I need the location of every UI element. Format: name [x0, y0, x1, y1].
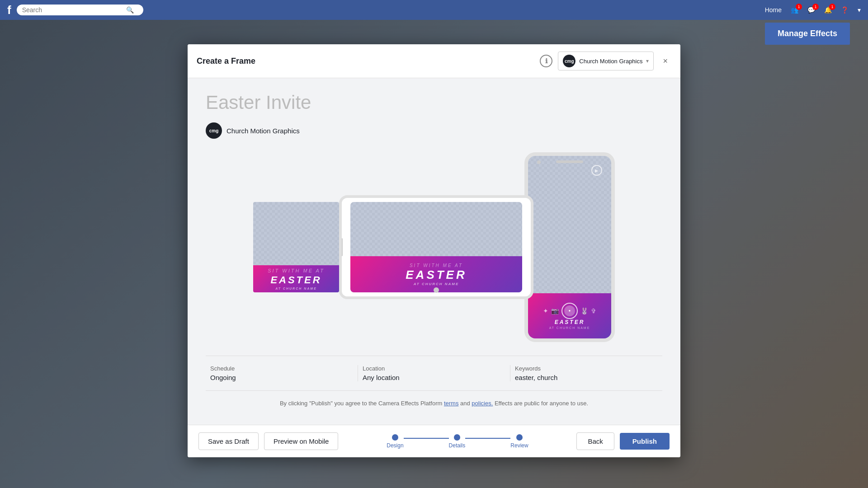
keywords-value: easter, church: [515, 374, 658, 381]
step-review-label: Review: [510, 442, 528, 449]
author-name: Church Motion Graphics: [226, 127, 300, 135]
keywords-label: Keywords: [515, 365, 658, 372]
portrait-easter-text: EASTER: [268, 274, 325, 286]
info-schedule: Schedule Ongoing: [206, 365, 358, 381]
close-button[interactable]: ×: [659, 55, 671, 68]
phone-side-button: [341, 238, 343, 256]
phone-notch: [556, 160, 583, 163]
policy-text: By clicking "Publish" you agree to the C…: [206, 400, 662, 407]
step-details: Details: [449, 434, 466, 449]
step-review-dot: [516, 434, 523, 441]
step-line-2: [465, 438, 510, 439]
account-chevron-icon: ▾: [646, 58, 649, 64]
step-line-1: [404, 438, 449, 439]
modal-title: Create a Frame: [197, 56, 540, 66]
icon-bunny: 🐰: [580, 307, 588, 314]
landscape-phone-frame: SIT WITH ME AT EASTER AT CHURCH NAME: [339, 195, 533, 299]
step-details-dot: [454, 434, 460, 441]
author-avatar: cmg: [206, 122, 222, 139]
modal-body: Easter Invite cmg Church Motion Graphics…: [188, 78, 680, 425]
previews-row: SIT WITH ME AT EASTER AT CHURCH NAME SIT…: [206, 152, 662, 342]
portrait-phone-screen: ▶ ✦ 📷 ●: [528, 156, 611, 338]
account-selector[interactable]: cmg Church Motion Graphics ▾: [558, 52, 654, 70]
author-row: cmg Church Motion Graphics: [206, 122, 662, 139]
icon-cross: ✞: [591, 307, 596, 314]
step-details-label: Details: [449, 442, 466, 449]
portrait-easter-banner: SIT WITH ME AT EASTER AT CHURCH NAME: [253, 265, 339, 292]
modal-overlay: Create a Frame ℹ cmg Church Motion Graph…: [0, 0, 868, 488]
location-label: Location: [363, 365, 505, 372]
portrait-phone-church-name: AT CHURCH NAME: [549, 326, 590, 329]
portrait-phone-frame: ▶ ✦ 📷 ●: [524, 152, 615, 342]
landscape-easter-banner: SIT WITH ME AT EASTER AT CHURCH NAME: [350, 256, 522, 292]
step-design-dot: [392, 434, 398, 441]
portrait-preview: SIT WITH ME AT EASTER AT CHURCH NAME: [253, 202, 339, 292]
progress-steps: Design Details Review: [387, 434, 528, 449]
landscape-easter-text: EASTER: [406, 268, 467, 282]
manage-effects-button[interactable]: Manage Effects: [765, 23, 850, 45]
icon-circle: ●: [561, 303, 578, 319]
portrait-church-name: AT CHURCH NAME: [268, 287, 325, 290]
step-design-label: Design: [387, 442, 403, 449]
create-frame-modal: Create a Frame ℹ cmg Church Motion Graph…: [188, 44, 680, 457]
icon-inner-circle: ●: [564, 305, 575, 316]
portrait-invite-text: SIT WITH ME AT: [268, 268, 325, 273]
modal-header: Create a Frame ℹ cmg Church Motion Graph…: [188, 44, 680, 78]
schedule-label: Schedule: [210, 365, 353, 372]
header-right: ℹ cmg Church Motion Graphics ▾ ×: [540, 52, 671, 70]
publish-button[interactable]: Publish: [620, 433, 670, 450]
preview-mobile-button[interactable]: Preview on Mobile: [264, 432, 339, 450]
back-button[interactable]: Back: [576, 432, 614, 450]
modal-footer: Save as Draft Preview on Mobile Design D…: [188, 425, 680, 457]
footer-left: Save as Draft Preview on Mobile: [198, 432, 338, 450]
phone-camera: [537, 160, 541, 164]
info-keywords: Keywords easter, church: [510, 365, 662, 381]
icon-star: ✦: [543, 307, 548, 314]
terms-link[interactable]: terms: [444, 400, 459, 407]
step-review: Review: [510, 434, 528, 449]
info-location: Location Any location: [358, 365, 510, 381]
frame-title: Easter Invite: [206, 92, 662, 113]
icon-camera: 📷: [551, 307, 559, 314]
policies-link[interactable]: policies.: [472, 400, 493, 407]
phone-home-button: [434, 287, 439, 293]
account-avatar: cmg: [563, 55, 576, 67]
landscape-church-name: AT CHURCH NAME: [414, 282, 459, 286]
schedule-value: Ongoing: [210, 374, 353, 381]
step-design: Design: [387, 434, 403, 449]
info-row: Schedule Ongoing Location Any location K…: [206, 356, 662, 391]
footer-right: Back Publish: [576, 432, 670, 450]
save-draft-button[interactable]: Save as Draft: [198, 432, 259, 450]
footer-progress: Design Details Review: [338, 434, 576, 449]
portrait-phone-easter-text: EASTER: [555, 319, 585, 325]
phone-play-button[interactable]: ▶: [591, 165, 602, 176]
portrait-phone-easter-banner: ✦ 📷 ● 🐰 ✞ EASTER AT CHURCH NAME: [528, 293, 611, 338]
account-name: Church Motion Graphics: [579, 58, 642, 65]
landscape-invite-text: SIT WITH ME AT: [410, 263, 463, 268]
location-value: Any location: [363, 374, 505, 381]
info-icon-button[interactable]: ℹ: [540, 55, 552, 67]
landscape-phone-screen: SIT WITH ME AT EASTER AT CHURCH NAME: [350, 202, 522, 292]
